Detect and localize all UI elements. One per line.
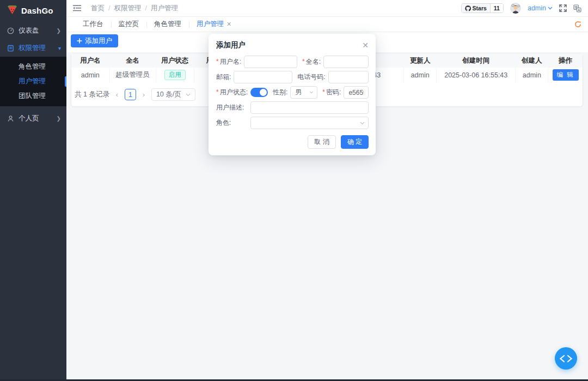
fullname-label: 全名: (302, 57, 321, 66)
sidebar-item-team-management[interactable]: 团队管理 (0, 89, 66, 104)
sidebar: DashGo 仪表盘 ❯ 权限管理 ▾ 角色管理 用户管理 团队管理 个人页 ❯ (0, 0, 66, 381)
person-icon (7, 115, 14, 122)
gender-label: 性别: (273, 88, 287, 97)
code-drawer-fab[interactable] (555, 347, 577, 370)
tab-label: 角色管理 (154, 20, 181, 29)
sidebar-item-role-management[interactable]: 角色管理 (0, 59, 66, 74)
close-modal-icon[interactable]: ✕ (362, 41, 369, 49)
translate-icon[interactable]: 文 A (573, 4, 581, 13)
github-icon (465, 5, 471, 11)
sidebar-item-personal-page[interactable]: 个人页 ❯ (0, 112, 66, 125)
col-created-by: 创建人 (516, 53, 548, 68)
add-user-button[interactable]: 添加用户 (71, 34, 118, 47)
sidebar-item-label: 权限管理 (19, 44, 54, 53)
email-label: 邮箱: (216, 72, 231, 82)
permission-doc-icon (7, 45, 14, 52)
cell-created-by: admin (516, 68, 548, 82)
breadcrumb: 首页 权限管理 用户管理 (91, 4, 456, 13)
cell-status: 启用 (156, 68, 194, 82)
github-stars-badge[interactable]: Stars 11 (461, 3, 504, 13)
tab-role-management[interactable]: 角色管理 (146, 17, 189, 32)
col-status: 用户状态 (156, 53, 194, 68)
angle-left-icon (559, 355, 565, 362)
app-title: DashGo (21, 6, 53, 15)
col-username: 用户名 (71, 53, 109, 68)
cancel-button[interactable]: 取 消 (308, 135, 335, 149)
sidebar-item-label: 用户管理 (19, 77, 46, 86)
svg-text:A: A (578, 8, 580, 11)
chevron-down-icon (360, 122, 365, 125)
collapse-sidebar-icon[interactable] (73, 5, 81, 11)
chevron-down-icon (309, 91, 314, 94)
edit-button[interactable]: 编 辑 (553, 69, 579, 81)
status-badge: 启用 (164, 70, 186, 80)
fullscreen-icon[interactable] (559, 4, 567, 12)
chevron-down-icon (186, 93, 191, 96)
breadcrumb-item[interactable]: 用户管理 (141, 4, 177, 13)
email-input[interactable] (234, 71, 292, 83)
col-updated-by: 更新人 (404, 53, 437, 68)
description-label: 用户描述: (216, 103, 248, 112)
phone-input[interactable] (328, 71, 369, 83)
stars-label: Stars (473, 5, 487, 11)
page-size-select[interactable]: 10 条/页 (151, 88, 195, 101)
username-label: 用户名: (216, 57, 241, 66)
sidebar-item-label: 个人页 (19, 114, 52, 123)
watermelon-logo-icon (7, 5, 17, 15)
stars-count: 11 (490, 4, 503, 13)
user-menu[interactable]: admin (528, 4, 553, 12)
app-logo[interactable]: DashGo (0, 0, 66, 20)
col-fullname: 全名 (109, 53, 156, 68)
angle-right-icon (567, 355, 573, 362)
tab-user-management[interactable]: 用户管理 ✕ (189, 17, 239, 32)
page-size-value: 10 条/页 (156, 90, 181, 99)
cell-username: admin (71, 68, 109, 82)
tab-workbench[interactable]: 工作台 (75, 17, 111, 32)
fullname-input[interactable] (323, 56, 369, 68)
sidebar-item-label: 团队管理 (19, 92, 46, 101)
user-avatar[interactable] (510, 3, 521, 14)
gauge-icon (7, 27, 14, 34)
chevron-right-icon: ❯ (57, 116, 61, 122)
current-page-button[interactable]: 1 (125, 89, 136, 100)
gender-select[interactable]: 男 (290, 86, 317, 99)
tab-monitoring[interactable]: 监控页 (111, 17, 147, 32)
chevron-right-icon: ❯ (57, 28, 61, 34)
col-created-at: 创建时间 (437, 53, 516, 68)
col-actions: 操作 (548, 53, 583, 68)
permissions-submenu: 角色管理 用户管理 团队管理 (0, 57, 66, 106)
sidebar-item-label: 角色管理 (19, 62, 46, 71)
chevron-down-icon: ▾ (58, 45, 61, 51)
confirm-button[interactable]: 确 定 (341, 135, 369, 149)
breadcrumb-item[interactable]: 首页 (91, 4, 105, 13)
prev-page-icon[interactable]: ‹ (114, 90, 120, 99)
add-user-modal: 添加用户 ✕ 用户名: 全名: 邮箱: 电话号码: 用户状态: 性别: 男 密码… (209, 34, 376, 155)
total-records-label: 共 1 条记录 (75, 90, 109, 99)
sidebar-item-permissions[interactable]: 权限管理 ▾ (0, 41, 66, 55)
close-tab-icon[interactable]: ✕ (226, 21, 231, 28)
breadcrumb-item[interactable]: 权限管理 (105, 4, 141, 13)
role-select[interactable] (250, 117, 369, 129)
sidebar-item-dashboard[interactable]: 仪表盘 ❯ (0, 24, 66, 37)
tab-label: 用户管理 (197, 20, 224, 29)
user-status-toggle[interactable] (250, 88, 268, 97)
password-input[interactable] (344, 86, 369, 99)
tab-label: 监控页 (119, 20, 139, 29)
modal-title: 添加用户 (216, 40, 246, 50)
add-user-label: 添加用户 (85, 37, 112, 46)
chevron-down-icon (548, 7, 553, 10)
description-input[interactable] (250, 101, 369, 114)
sidebar-item-label: 仪表盘 (19, 26, 52, 35)
sidebar-item-user-management[interactable]: 用户管理 (0, 74, 66, 89)
next-page-icon[interactable]: › (140, 90, 147, 99)
topbar-actions: Stars 11 admin (461, 3, 581, 14)
phone-label: 电话号码: (297, 72, 325, 82)
user-status-label: 用户状态: (216, 88, 248, 97)
gender-value: 男 (295, 88, 302, 97)
top-bar: 首页 权限管理 用户管理 Stars 11 (66, 0, 588, 17)
username-input[interactable] (244, 56, 297, 68)
cell-fullname: 超级管理员 (109, 68, 156, 82)
cell-updated-by: admin (404, 68, 437, 82)
refresh-icon[interactable] (574, 21, 581, 28)
tab-label: 工作台 (83, 20, 103, 29)
